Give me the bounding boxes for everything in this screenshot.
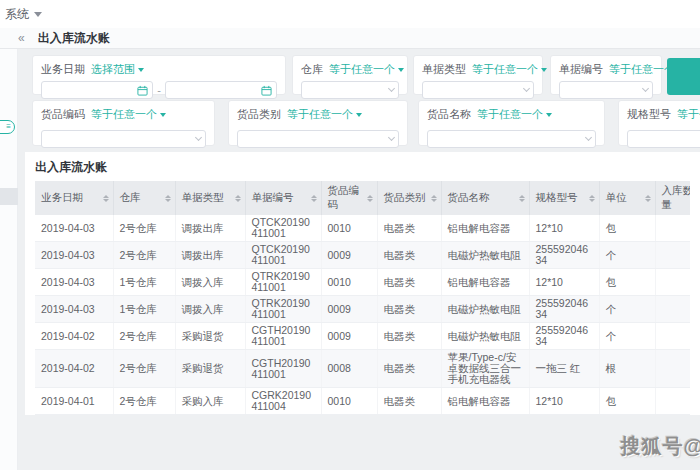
table-panel: 出入库流水账 业务日期 仓库 单据类型 单据编号 货品编码 货品类别	[25, 152, 700, 415]
chevron-down-icon	[523, 85, 530, 92]
sort-icon[interactable]	[367, 192, 373, 205]
date-end-input[interactable]	[165, 81, 277, 99]
caret-down-icon	[398, 68, 404, 75]
top-bar: 系统	[0, 0, 700, 28]
table-row[interactable]: 2019-04-031号仓库调拨入库 QTRK201904110010010电器…	[35, 269, 690, 296]
caret-down-icon	[541, 68, 547, 75]
filter-label: 货品类别	[237, 107, 281, 122]
chevron-down-icon	[34, 12, 42, 21]
table-row[interactable]: 2019-04-022号仓库采购退货 CGTH201904110010009电器…	[35, 323, 690, 350]
chevron-down-icon	[388, 134, 395, 141]
calendar-icon	[261, 85, 272, 96]
caret-down-icon	[160, 113, 166, 120]
ledger-table: 业务日期 仓库 单据类型 单据编号 货品编码 货品类别 货品名称	[35, 181, 690, 415]
column-header[interactable]: 单位	[599, 181, 655, 215]
filter-doc-no: 单据编号 等于任意一个	[550, 55, 662, 95]
goods-name-select[interactable]	[427, 130, 596, 148]
chevron-down-icon	[195, 134, 202, 141]
calendar-icon	[137, 85, 148, 96]
filter-label: 仓库	[301, 62, 323, 77]
filter-label: 业务日期	[41, 62, 85, 77]
column-header[interactable]: 单据编号	[245, 181, 321, 215]
collapse-icon[interactable]: «	[18, 31, 25, 45]
chevron-down-icon	[388, 85, 395, 92]
column-header[interactable]: 单据类型	[175, 181, 245, 215]
sort-icon[interactable]	[311, 192, 317, 205]
filter-label: 货品名称	[427, 107, 471, 122]
sort-icon[interactable]	[103, 192, 109, 205]
sort-icon[interactable]	[519, 192, 525, 205]
date-range-separator: -	[157, 84, 161, 96]
table-row[interactable]: 2019-04-012号仓库采购入库 CGRK201904110040010电器…	[35, 388, 690, 415]
doc-type-select[interactable]	[422, 81, 534, 99]
filter-business-date: 业务日期 选择范围 -	[32, 55, 286, 95]
sidebar: ≡	[0, 49, 18, 470]
caret-down-icon	[356, 113, 362, 120]
sort-icon[interactable]	[645, 192, 651, 205]
search-button[interactable]	[667, 58, 700, 95]
table-row[interactable]: 2019-04-032号仓库调拨出库 QTCK201904110010010电器…	[35, 215, 690, 242]
filter-label: 单据编号	[559, 62, 603, 77]
table-title: 出入库流水账	[25, 152, 700, 181]
filter-condition-dropdown[interactable]: 等于任意一个	[477, 107, 552, 122]
filter-goods-category: 货品类别 等于任意一个	[228, 100, 408, 146]
table-row[interactable]: 2019-04-031号仓库调拨入库 QTRK201904110010009电器…	[35, 296, 690, 323]
sort-icon[interactable]	[589, 192, 595, 205]
goods-code-select[interactable]	[41, 130, 206, 148]
column-header[interactable]: 入库数量	[655, 181, 690, 215]
table-header-row: 业务日期 仓库 单据类型 单据编号 货品编码 货品类别 货品名称	[35, 181, 690, 215]
sort-icon[interactable]	[431, 192, 437, 205]
sort-icon[interactable]	[165, 192, 171, 205]
filter-goods-name: 货品名称 等于任意一个	[418, 100, 605, 146]
column-header[interactable]: 仓库	[113, 181, 175, 215]
filter-label: 规格型号	[627, 107, 671, 122]
column-header[interactable]: 货品类别	[377, 181, 441, 215]
filter-spec-model: 规格型号 等于任意一个	[618, 100, 700, 146]
filter-condition-dropdown[interactable]: 等于任意一个	[677, 107, 700, 122]
chevron-down-icon	[642, 85, 649, 92]
column-header[interactable]: 规格型号	[529, 181, 599, 215]
filter-goods-code: 货品编码 等于任意一个	[32, 100, 215, 146]
filter-condition-dropdown[interactable]: 选择范围	[91, 62, 144, 77]
goods-category-select[interactable]	[237, 130, 399, 148]
system-menu-label: 系统	[5, 6, 29, 23]
table-body: 2019-04-032号仓库调拨出库 QTCK201904110010010电器…	[35, 215, 690, 415]
page-title: 出入库流水账	[38, 30, 110, 47]
warehouse-select[interactable]	[301, 81, 399, 99]
filter-condition-dropdown[interactable]: 等于任意一个	[287, 107, 362, 122]
sort-icon[interactable]	[235, 192, 241, 205]
sohu-watermark: 搜狐号@	[620, 433, 700, 460]
column-header[interactable]: 货品编码	[321, 181, 377, 215]
filter-doc-type: 单据类型 等于任意一个	[413, 55, 543, 95]
column-header[interactable]: 货品名称	[441, 181, 529, 215]
date-start-input[interactable]	[41, 81, 153, 99]
doc-no-select[interactable]	[559, 81, 653, 99]
table-row[interactable]: 2019-04-032号仓库调拨出库 QTCK201904110010009电器…	[35, 242, 690, 269]
filter-label: 货品编码	[41, 107, 85, 122]
system-menu[interactable]: 系统	[5, 6, 42, 23]
filter-condition-dropdown[interactable]: 等于任意一个	[329, 62, 404, 77]
sidebar-selected-item[interactable]	[0, 188, 18, 205]
caret-down-icon	[546, 113, 552, 120]
filter-warehouse: 仓库 等于任意一个	[292, 55, 408, 95]
caret-down-icon	[138, 68, 144, 75]
table-row[interactable]: 2019-04-022号仓库采购退货 CGTH201904110010008电器…	[35, 350, 690, 388]
sidebar-toggle-pill[interactable]: ≡	[0, 120, 15, 134]
filter-label: 单据类型	[422, 62, 466, 77]
tab-bar: « 出入库流水账	[0, 28, 700, 49]
spec-model-input[interactable]	[627, 130, 700, 148]
table-scroll-area: 业务日期 仓库 单据类型 单据编号 货品编码 货品类别 货品名称	[35, 181, 690, 415]
chevron-down-icon	[585, 134, 592, 141]
filter-condition-dropdown[interactable]: 等于任意一个	[91, 107, 166, 122]
column-header[interactable]: 业务日期	[35, 181, 113, 215]
filter-condition-dropdown[interactable]: 等于任意一个	[472, 62, 547, 77]
main-content: 业务日期 选择范围 -	[18, 49, 700, 470]
